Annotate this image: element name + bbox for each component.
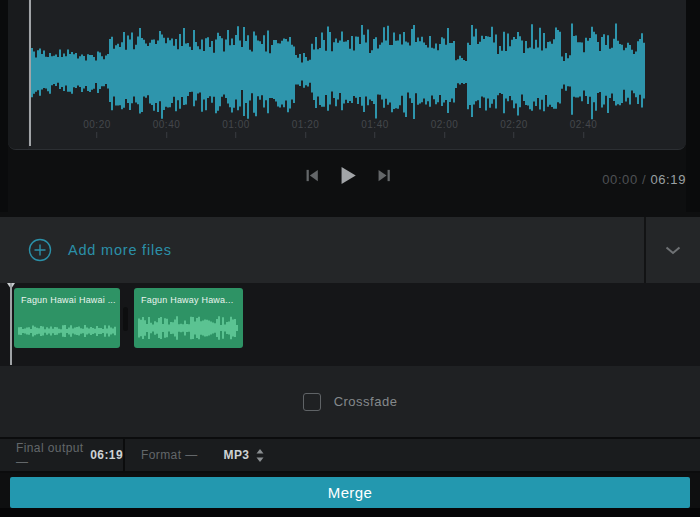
transport-controls xyxy=(303,164,394,187)
plus-circle-icon xyxy=(28,238,52,262)
format-cell: Format — MP3 xyxy=(125,448,264,462)
skip-to-start-button[interactable] xyxy=(303,166,322,185)
clip-junction-marker[interactable] xyxy=(123,307,128,331)
format-selector[interactable]: MP3 xyxy=(218,448,265,462)
final-output-cell: Final output — 06:19 xyxy=(0,439,125,471)
format-label: Format — xyxy=(141,448,198,462)
ruler-time-label: 01:00 xyxy=(222,119,250,138)
ruler-time-label: 02:20 xyxy=(500,119,528,138)
transport-bar: 00:00 / 06:19 xyxy=(0,150,700,212)
clip-1-label: Fagun Hawai Hawai ... xyxy=(14,288,116,305)
ruler-time-label: 01:40 xyxy=(361,119,389,138)
clip-2-waveform xyxy=(138,312,239,344)
crossfade-control[interactable]: Crossfade xyxy=(303,393,398,411)
play-button[interactable] xyxy=(338,164,359,187)
add-more-files-button[interactable]: Add more files xyxy=(0,238,172,262)
audio-merger-app: 00:2000:4001:0001:2001:4002:0002:2002:40 xyxy=(0,0,700,517)
final-output-label: Final output — xyxy=(16,441,84,469)
time-display: 00:00 / 06:19 xyxy=(602,172,686,187)
skip-to-end-button[interactable] xyxy=(375,166,394,185)
clip-1-waveform xyxy=(18,318,116,344)
time-ruler: 00:2000:4001:0001:2001:4002:0002:2002:40 xyxy=(8,119,680,149)
ruler-time-label: 01:20 xyxy=(292,119,320,138)
crossfade-checkbox[interactable] xyxy=(303,393,321,411)
add-more-files-label: Add more files xyxy=(68,242,172,258)
add-files-row: Add more files xyxy=(0,217,700,283)
final-output-duration: 06:19 xyxy=(90,448,123,462)
clip-2-label: Fagun Haway Hawa... xyxy=(134,288,239,305)
skip-to-end-icon xyxy=(377,168,392,183)
total-duration: 06:19 xyxy=(650,172,686,187)
skip-to-start-icon xyxy=(305,168,320,183)
ruler-time-label: 00:40 xyxy=(153,119,181,138)
collapse-panel-button[interactable] xyxy=(646,217,700,283)
bottom-strip xyxy=(0,508,700,517)
ruler-time-label: 02:40 xyxy=(570,119,598,138)
current-time: 00:00 xyxy=(602,172,638,187)
crossfade-label: Crossfade xyxy=(334,394,398,409)
crossfade-section: Crossfade xyxy=(0,366,700,437)
ruler-time-label: 02:00 xyxy=(431,119,459,138)
audio-clip-1[interactable]: Fagun Hawai Hawai ... xyxy=(14,288,120,348)
stepper-arrows-icon xyxy=(256,449,264,462)
format-value: MP3 xyxy=(224,448,250,462)
play-icon xyxy=(340,166,357,185)
playhead-line xyxy=(10,283,12,365)
merge-button[interactable]: Merge xyxy=(10,477,690,508)
output-info-bar: Final output — 06:19 Format — MP3 xyxy=(0,437,700,473)
chevron-down-icon xyxy=(665,243,681,258)
waveform-panel[interactable]: 00:2000:4001:0001:2001:4002:0002:2002:40 xyxy=(8,0,686,150)
audio-clip-2[interactable]: Fagun Haway Hawa... xyxy=(134,288,243,348)
clip-timeline[interactable]: Fagun Hawai Hawai ... Fagun Haway Hawa..… xyxy=(0,283,700,366)
ruler-time-label: 00:20 xyxy=(83,119,111,138)
